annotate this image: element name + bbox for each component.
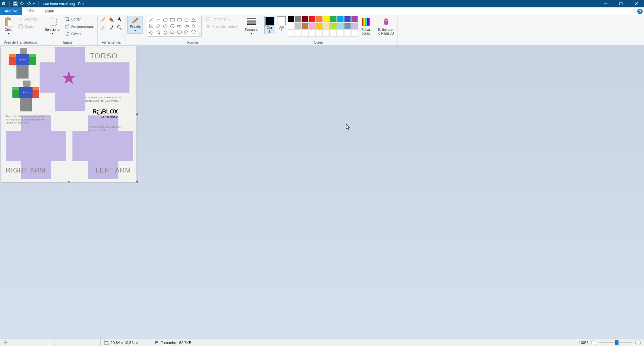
palette-custom-slot[interactable]: [288, 30, 294, 37]
resize-handle-corner[interactable]: [136, 181, 138, 183]
shape-diamond[interactable]: [155, 23, 162, 29]
palette-color[interactable]: [337, 16, 344, 22]
shapes-gallery[interactable]: [147, 16, 198, 37]
shape-oval[interactable]: [162, 17, 169, 23]
palette-color[interactable]: [344, 23, 351, 30]
pencil-tool[interactable]: [100, 16, 107, 23]
color1-button[interactable]: Cor 1: [264, 16, 275, 34]
size-button[interactable]: Tamanho▾: [243, 16, 260, 36]
qat-dropdown-icon[interactable]: ▾: [33, 2, 35, 5]
canvas[interactable]: FRONT BACK: [1, 46, 137, 182]
palette-color[interactable]: [330, 16, 337, 22]
shape-star5[interactable]: [155, 30, 162, 36]
paint3d-button[interactable]: Editar com o Paint 3D: [377, 16, 396, 36]
paste-button[interactable]: Colar▾: [2, 16, 15, 36]
palette-custom-slot[interactable]: [309, 30, 316, 37]
palette-color[interactable]: [330, 23, 337, 30]
zoom-out-button[interactable]: −: [591, 340, 596, 345]
palette-custom-slot[interactable]: [295, 30, 302, 37]
fill-button[interactable]: Preenchimento ▾: [204, 23, 239, 30]
resize-handle-bottom[interactable]: [68, 181, 69, 183]
shape-star6[interactable]: [162, 30, 169, 36]
palette-color[interactable]: [351, 16, 358, 22]
shape-polygon[interactable]: [183, 17, 190, 23]
brushes-button[interactable]: Pincéis▾: [127, 16, 143, 34]
undo-icon[interactable]: [20, 1, 24, 6]
resize-button[interactable]: Redimensionar: [63, 23, 95, 30]
tab-home[interactable]: Início: [22, 7, 40, 15]
close-button[interactable]: [629, 0, 644, 7]
palette-color[interactable]: [323, 16, 330, 22]
color2-button[interactable]: Cor 2: [276, 16, 286, 34]
zoom-thumb[interactable]: [615, 340, 619, 345]
group-label-image: Imagem: [43, 41, 95, 45]
shape-triangle[interactable]: [190, 17, 197, 23]
shape-line[interactable]: [148, 17, 155, 23]
tab-file[interactable]: Arquivo: [0, 7, 22, 15]
shape-hexagon[interactable]: [169, 23, 176, 29]
rotate-button[interactable]: Girar ▾: [63, 31, 95, 37]
resize-handle-right[interactable]: [136, 113, 138, 115]
outline-button[interactable]: Contorno ▾: [204, 16, 239, 22]
shapes-scroll-down[interactable]: ▾: [199, 25, 201, 28]
canvas-area[interactable]: FRONT BACK: [0, 45, 644, 339]
palette-color[interactable]: [344, 16, 351, 22]
zoom-in-button[interactable]: +: [635, 340, 641, 345]
palette-custom-slot[interactable]: [316, 30, 323, 37]
palette-custom-slot[interactable]: [330, 30, 337, 37]
shape-right-triangle[interactable]: [148, 23, 155, 29]
shape-callout-round[interactable]: [169, 30, 176, 36]
text-tool[interactable]: A: [116, 16, 123, 23]
shape-callout-rect[interactable]: [176, 30, 183, 36]
color1-swatch: [265, 17, 274, 26]
shape-roundrect[interactable]: [176, 17, 183, 23]
select-button[interactable]: Selecionar▾: [43, 16, 62, 36]
palette-color[interactable]: [316, 16, 323, 22]
palette-color[interactable]: [295, 23, 302, 30]
palette-color[interactable]: [351, 23, 358, 30]
cut-button[interactable]: ✂Recortar: [17, 16, 39, 22]
tab-view[interactable]: Exibir: [40, 7, 59, 15]
palette-color[interactable]: [295, 16, 302, 22]
edit-colors-button[interactable]: Editar cores: [359, 16, 373, 36]
palette-color[interactable]: [309, 16, 316, 22]
shape-curve[interactable]: [155, 17, 162, 23]
shape-heart[interactable]: [190, 30, 197, 36]
palette-color[interactable]: [302, 23, 309, 30]
shape-arrow-left[interactable]: [183, 23, 190, 29]
shape-pentagon[interactable]: [162, 23, 169, 29]
crop-button[interactable]: Cortar: [63, 16, 95, 22]
palette-custom-slot[interactable]: [337, 30, 344, 37]
palette-color[interactable]: [316, 23, 323, 30]
palette-color[interactable]: [337, 23, 344, 30]
maximize-button[interactable]: [613, 0, 629, 7]
copy-button[interactable]: Copiar: [17, 23, 39, 30]
palette-color[interactable]: [288, 16, 294, 22]
magnifier-tool[interactable]: [116, 24, 123, 31]
app-icon[interactable]: [1, 1, 6, 6]
eraser-tool[interactable]: [100, 24, 107, 31]
palette-custom-slot[interactable]: [323, 30, 330, 37]
shape-arrow-up[interactable]: [190, 23, 197, 29]
shape-callout-cloud[interactable]: [183, 30, 190, 36]
minimize-button[interactable]: [598, 0, 613, 7]
redo-icon[interactable]: [26, 1, 31, 6]
palette-custom-slot[interactable]: [302, 30, 309, 37]
palette-custom-slot[interactable]: [344, 30, 351, 37]
save-icon[interactable]: [13, 1, 18, 6]
zoom-slider[interactable]: [599, 342, 633, 343]
palette-color[interactable]: [309, 23, 316, 30]
palette-color[interactable]: [288, 23, 294, 30]
palette-color[interactable]: [323, 23, 330, 30]
shape-arrow-right[interactable]: [176, 23, 183, 29]
shape-rect[interactable]: [169, 17, 176, 23]
palette-custom-slot[interactable]: [351, 30, 358, 37]
shapes-scroll-up[interactable]: ▴: [199, 17, 201, 20]
shape-star4[interactable]: [148, 30, 155, 36]
help-icon[interactable]: ?: [637, 9, 643, 14]
minimize-ribbon-icon[interactable]: 〈: [632, 9, 635, 14]
shapes-expand[interactable]: ▾: [199, 33, 201, 36]
fill-tool[interactable]: [108, 16, 115, 23]
color-picker-tool[interactable]: [108, 24, 115, 31]
palette-color[interactable]: [302, 16, 309, 22]
